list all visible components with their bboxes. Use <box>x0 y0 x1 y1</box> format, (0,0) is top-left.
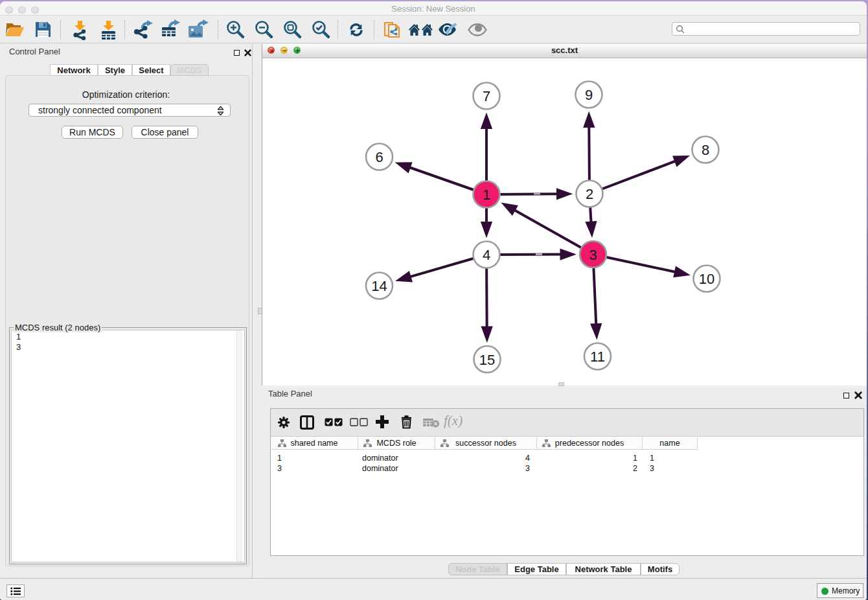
svg-text:2: 2 <box>586 186 593 202</box>
svg-text:8: 8 <box>702 142 709 158</box>
svg-text:15: 15 <box>479 352 495 368</box>
svg-text:3: 3 <box>589 247 597 263</box>
svg-text:9: 9 <box>585 87 593 103</box>
svg-text:10: 10 <box>699 271 714 287</box>
svg-text:6: 6 <box>375 149 383 165</box>
svg-text:7: 7 <box>483 88 490 104</box>
svg-text:4: 4 <box>483 247 490 263</box>
svg-text:11: 11 <box>590 349 605 365</box>
svg-text:14: 14 <box>371 278 387 294</box>
svg-text:1: 1 <box>483 187 490 203</box>
